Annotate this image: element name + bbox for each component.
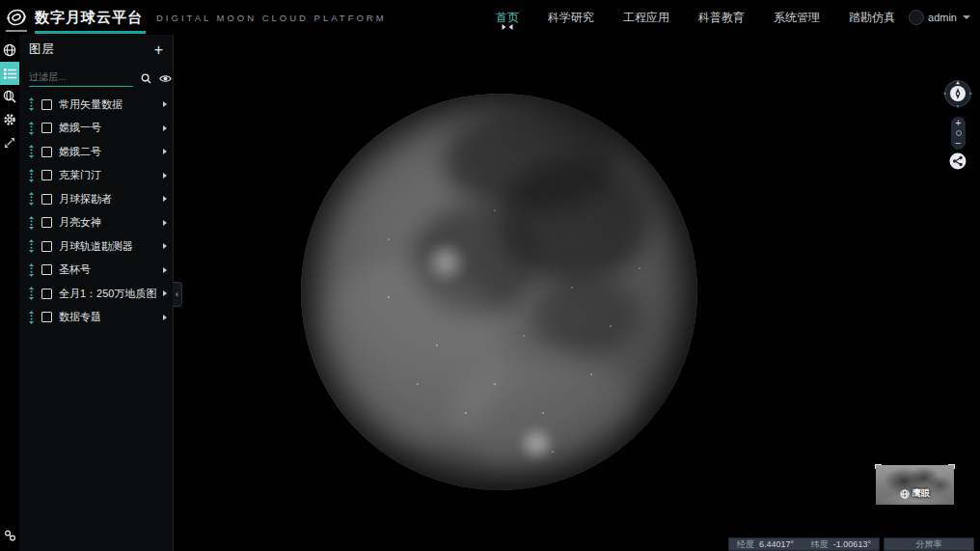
- layer-label: 数据专题: [59, 310, 101, 324]
- link-icon[interactable]: [0, 523, 19, 546]
- limb-shading: [301, 94, 697, 490]
- layer-label: 嫦娥一号: [59, 121, 101, 135]
- settings-gear-icon[interactable]: [0, 108, 19, 131]
- app-logo: [0, 0, 33, 35]
- zoom-reset-button[interactable]: [956, 130, 962, 136]
- chevron-right-icon[interactable]: [163, 125, 167, 131]
- drag-handle-icon[interactable]: [28, 239, 37, 253]
- chevron-right-icon[interactable]: [163, 243, 167, 249]
- drag-handle-icon[interactable]: [28, 169, 37, 182]
- nav-item-engineering[interactable]: 工程应用: [623, 10, 669, 26]
- coordinates-readout: 经度 6.44017° 纬度 -1.00613°: [728, 537, 880, 551]
- minimap-corner: [948, 464, 955, 469]
- zoom-control: + −: [951, 117, 966, 150]
- resolution-readout: 分辨率: [884, 537, 974, 551]
- longitude-label: 经度: [737, 538, 754, 551]
- layer-item[interactable]: 嫦娥二号: [19, 140, 173, 164]
- nav-item-survey-sim[interactable]: 踏勘仿真: [849, 10, 895, 26]
- layer-checkbox[interactable]: [41, 289, 52, 299]
- chevron-right-icon[interactable]: [163, 267, 167, 273]
- layer-item[interactable]: 克莱门汀: [19, 164, 173, 188]
- page-subtitle: DIGITAL MOON CLOUD PLATFORM: [156, 13, 387, 23]
- latitude-label: 纬度: [811, 538, 829, 551]
- crater-speckles: [301, 94, 303, 96]
- drag-handle-icon[interactable]: [28, 216, 37, 230]
- layer-checkbox[interactable]: [41, 217, 52, 228]
- eye-icon[interactable]: [159, 74, 172, 83]
- logo-underline: [6, 30, 27, 32]
- layer-checkbox[interactable]: [41, 264, 52, 275]
- layer-item[interactable]: 数据专题: [19, 306, 173, 330]
- drag-handle-icon[interactable]: [28, 311, 37, 324]
- share-button[interactable]: [949, 152, 966, 170]
- active-tab-marks: [503, 24, 513, 30]
- drag-handle-icon[interactable]: [28, 145, 37, 158]
- layer-label: 嫦娥二号: [59, 145, 101, 159]
- chevron-down-icon: [963, 15, 970, 19]
- compass-control[interactable]: [943, 79, 972, 108]
- drag-handle-icon[interactable]: [28, 287, 37, 300]
- layer-label: 常用矢量数据: [59, 97, 122, 112]
- layer-label: 月亮女神: [59, 215, 101, 230]
- page-title: 数字月球云平台: [33, 9, 149, 27]
- nav-item-education[interactable]: 科普教育: [698, 10, 745, 26]
- globe-icon: [900, 489, 910, 499]
- layer-item[interactable]: 全月1：250万地质图: [19, 282, 173, 306]
- chevron-right-icon[interactable]: [163, 220, 167, 226]
- nav-item-system[interactable]: 系统管理: [774, 10, 820, 26]
- layer-checkbox[interactable]: [41, 194, 52, 205]
- panel-collapse-button[interactable]: ‹: [173, 282, 182, 307]
- chevron-right-icon[interactable]: [163, 101, 167, 107]
- title-underline: [35, 31, 146, 34]
- nav-item-science[interactable]: 科学研究: [548, 10, 594, 26]
- swirl-logo-icon: [5, 6, 28, 29]
- layer-checkbox[interactable]: [41, 312, 52, 322]
- drag-handle-icon[interactable]: [28, 192, 37, 206]
- layer-filter-input[interactable]: [29, 69, 133, 87]
- search-globe-icon[interactable]: [0, 85, 19, 108]
- avatar[interactable]: [909, 10, 924, 25]
- layers-list-icon[interactable]: [0, 62, 19, 85]
- minimap-corner: [875, 464, 882, 469]
- zoom-out-button[interactable]: −: [956, 139, 962, 148]
- overview-minimap[interactable]: 鹰眼: [876, 465, 954, 505]
- layer-panel-title: 图层: [29, 41, 55, 58]
- layer-item[interactable]: 月亮女神: [19, 211, 173, 235]
- drag-handle-icon[interactable]: [28, 97, 37, 111]
- layer-item[interactable]: 圣杯号: [19, 259, 173, 283]
- search-icon[interactable]: [141, 73, 151, 84]
- zoom-in-button[interactable]: +: [956, 119, 962, 127]
- layer-panel: 图层 + 常用矢量: [19, 35, 174, 551]
- chevron-right-icon[interactable]: [163, 290, 167, 296]
- layer-item[interactable]: 嫦娥一号: [19, 117, 173, 141]
- layer-checkbox[interactable]: [41, 241, 52, 252]
- nav-item-home[interactable]: 首页: [496, 10, 519, 26]
- layer-item[interactable]: 月球探勘者: [19, 187, 173, 211]
- layer-label: 月球轨道勘测器: [59, 239, 133, 254]
- left-toolbar: [0, 35, 19, 551]
- minimap-label: 鹰眼: [876, 487, 954, 500]
- drag-handle-icon[interactable]: [28, 263, 37, 277]
- layer-checkbox[interactable]: [41, 147, 52, 157]
- moon-globe-view[interactable]: [301, 94, 697, 490]
- globe-icon[interactable]: [0, 39, 19, 62]
- layer-list: 常用矢量数据 嫦娥一号 嫦娥二号: [19, 93, 173, 329]
- resolution-label: 分辨率: [916, 538, 942, 551]
- drag-handle-icon[interactable]: [28, 122, 37, 135]
- chevron-right-icon[interactable]: [163, 196, 167, 202]
- layer-checkbox[interactable]: [41, 123, 52, 133]
- layer-checkbox[interactable]: [41, 170, 52, 180]
- layer-item[interactable]: 常用矢量数据: [19, 93, 173, 117]
- add-layer-button[interactable]: +: [154, 44, 163, 56]
- latitude-value: -1.00613°: [833, 539, 871, 549]
- main-nav: 首页 科学研究 工程应用 科普教育 系统管理 踏勘仿真 admin: [496, 10, 980, 26]
- layer-label: 圣杯号: [59, 262, 91, 277]
- user-menu[interactable]: admin: [909, 10, 970, 25]
- chevron-right-icon[interactable]: [163, 315, 167, 320]
- layer-item[interactable]: 月球轨道勘测器: [19, 234, 173, 259]
- chevron-right-icon[interactable]: [163, 173, 167, 179]
- user-name: admin: [928, 12, 957, 23]
- layer-checkbox[interactable]: [41, 99, 52, 110]
- chevron-right-icon[interactable]: [163, 149, 167, 154]
- expand-icon[interactable]: [0, 131, 19, 154]
